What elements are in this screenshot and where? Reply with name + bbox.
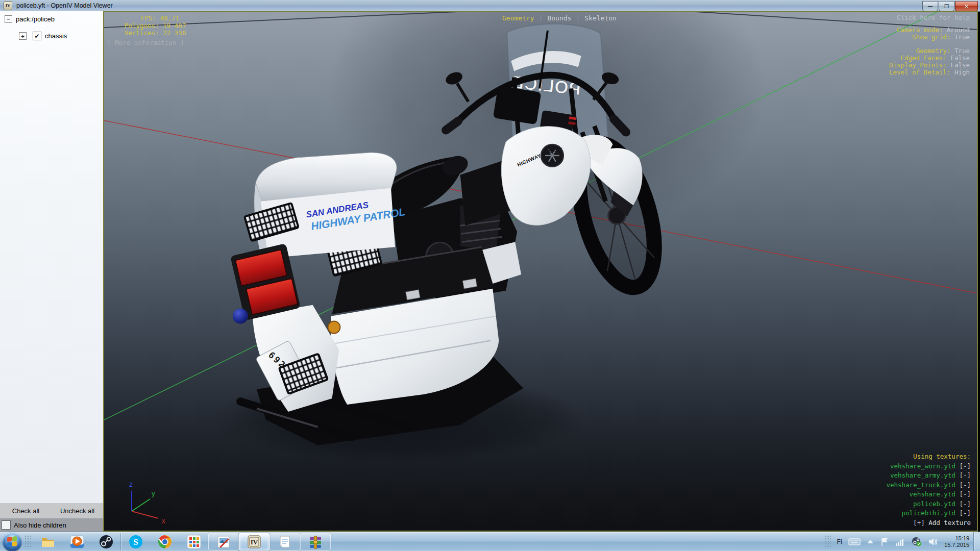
chrome-icon [157, 534, 173, 549]
taskbar-paint[interactable] [208, 533, 239, 550]
show-desktop-button[interactable] [973, 532, 980, 551]
x-axis-label: x [161, 517, 165, 525]
app-icon: IV [4, 2, 12, 10]
model-tree-panel: − pack:/policeb + ✔ chassis Check all Un… [0, 11, 103, 532]
taskbar-skype[interactable]: S [121, 533, 150, 550]
police-motorcycle-model[interactable]: POLICE [104, 12, 977, 531]
more-information-link[interactable]: [ More information ] [107, 39, 186, 47]
start-button[interactable] [3, 532, 22, 551]
viewer-settings: Click here for help Camera mode: Around … [889, 14, 970, 76]
window-title: policeb.yft - OpenIV Model Viewer [16, 2, 113, 9]
steam-update-icon[interactable] [912, 537, 922, 547]
openiv-model-viewer-window: IV policeb.yft - OpenIV Model Viewer — ❐… [0, 0, 980, 551]
remove-texture-button[interactable]: [-] [959, 490, 971, 498]
collapse-node-icon[interactable]: − [5, 15, 12, 23]
title-bar[interactable]: IV policeb.yft - OpenIV Model Viewer — ❐… [0, 0, 980, 12]
texture-row[interactable]: vehshare_worn.ytd [-] [886, 462, 971, 471]
tray-grip-handle[interactable] [825, 535, 831, 548]
3d-viewport[interactable]: POLICE [103, 11, 978, 532]
tab-skeleton[interactable]: Skeleton [584, 14, 617, 22]
blue-beacon [233, 309, 248, 324]
z-axis-label: z [129, 480, 133, 488]
taskbar-media-player[interactable] [62, 533, 91, 550]
app-grid-icon [187, 535, 201, 549]
taskbar-steam[interactable] [91, 533, 121, 550]
texture-row[interactable]: policeb+hi.ytd [-] [886, 509, 971, 518]
language-indicator[interactable]: FI [837, 538, 842, 545]
skype-icon: S [128, 534, 143, 549]
windows-logo-icon [7, 536, 17, 547]
taskbar-grip-handle[interactable] [24, 535, 31, 548]
fps-counter: FPS: 48,71 [141, 15, 186, 22]
view-mode-tabs: Geometry | Bounds | Skeleton [502, 14, 617, 22]
tree-chassis-label[interactable]: chassis [45, 32, 67, 40]
taskbar-app-grid[interactable] [179, 533, 208, 550]
edged-faces-value[interactable]: False [950, 54, 970, 62]
taskbar-chrome[interactable] [150, 533, 179, 550]
clock-time: 15:19 [944, 535, 969, 542]
textures-header: Using textures: [886, 452, 971, 462]
remove-texture-button[interactable]: [-] [959, 500, 971, 508]
taskbar-explorer[interactable] [33, 533, 62, 550]
remove-texture-button[interactable]: [-] [959, 462, 971, 470]
remove-texture-button[interactable]: [-] [959, 481, 971, 489]
taskbar: S [0, 532, 980, 551]
remove-texture-button[interactable]: [-] [959, 471, 971, 479]
also-hide-children-checkbox[interactable] [2, 520, 11, 530]
top-box: SAN ANDREAS HIGHWAY PATROL [254, 153, 406, 258]
media-player-icon [69, 534, 85, 549]
texture-row[interactable]: vehshare_truck.ytd [-] [886, 481, 971, 490]
camera-mode-value[interactable]: Around [947, 26, 970, 34]
chassis-checkbox[interactable]: ✔ [33, 32, 41, 40]
texture-row[interactable]: vehshare.ytd [-] [886, 490, 971, 499]
notepad-icon [278, 535, 292, 549]
texture-row[interactable]: vehshare_army.ytd [-] [886, 471, 971, 481]
steam-icon [99, 534, 114, 549]
paint-icon [216, 535, 231, 549]
explorer-icon [40, 534, 56, 549]
polygon-count: Polygons: 19 407 [125, 22, 186, 30]
winrar-icon [308, 535, 323, 549]
lod-value[interactable]: High [954, 68, 970, 76]
maximize-button[interactable]: ❐ [939, 1, 954, 11]
action-center-flag-icon[interactable] [880, 537, 889, 546]
taskbar-notepad[interactable] [270, 533, 300, 550]
volume-icon[interactable] [928, 537, 938, 546]
show-hidden-icons-arrow[interactable] [867, 539, 874, 544]
tab-geometry[interactable]: Geometry [502, 14, 534, 22]
texture-list: Using textures: vehshare_worn.ytd [-] ve… [886, 452, 971, 528]
also-hide-children-label: Also hide children [14, 521, 66, 529]
svg-text:IV: IV [251, 538, 258, 546]
remove-texture-button[interactable]: [-] [959, 509, 971, 517]
help-link[interactable]: Click here for help [889, 14, 970, 21]
y-axis-label: y [151, 489, 155, 497]
display-points-value[interactable]: False [950, 61, 970, 69]
close-button[interactable]: ✕ [955, 1, 978, 11]
render-stats: FPS: 48,71 Polygons: 19 407 Vertices: 22… [107, 15, 186, 46]
show-grid-value[interactable]: True [954, 33, 970, 41]
system-tray: FI [822, 532, 980, 551]
minimize-button[interactable]: — [922, 1, 938, 11]
tab-bounds[interactable]: Bounds [547, 14, 571, 22]
clock-date: 15.7.2015 [944, 542, 969, 548]
texture-row[interactable]: policeb.ytd [-] [886, 499, 971, 509]
expand-node-icon[interactable]: + [19, 32, 27, 40]
tree-root-label[interactable]: pack:/policeb [16, 15, 55, 23]
network-signal-icon[interactable] [895, 538, 905, 546]
vertex-count: Vertices: 22 338 [125, 30, 186, 37]
keyboard-layout-icon[interactable] [848, 538, 861, 546]
taskbar-winrar[interactable] [300, 533, 331, 550]
svg-text:S: S [133, 537, 138, 547]
taskbar-openiv-active[interactable]: IV [239, 533, 270, 550]
amber-signal [328, 321, 340, 334]
axis-gizmo: z y x [120, 475, 177, 527]
tray-clock[interactable]: 15:19 15.7.2015 [944, 535, 969, 548]
check-all-button[interactable]: Check all [0, 507, 52, 515]
add-texture-button[interactable]: [+] Add texture [886, 518, 971, 528]
geometry-value[interactable]: True [954, 47, 970, 55]
uncheck-all-button[interactable]: Uncheck all [52, 507, 103, 515]
openiv-icon: IV [247, 535, 261, 549]
